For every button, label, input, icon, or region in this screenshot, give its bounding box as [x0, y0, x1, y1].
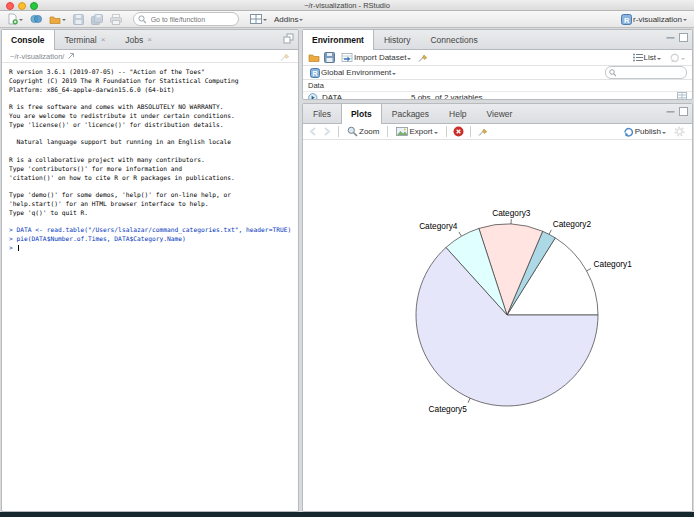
print-button[interactable] — [108, 13, 124, 26]
clear-environment-broom-icon[interactable] — [417, 52, 428, 63]
tab-files[interactable]: Files — [303, 104, 341, 123]
list-view-button[interactable]: List — [631, 52, 663, 63]
pie-label-Category2: Category2 — [553, 219, 592, 229]
new-file-button[interactable] — [5, 12, 25, 26]
tab-connections[interactable]: Connections — [420, 30, 487, 49]
save-button[interactable] — [71, 13, 86, 26]
pie-label-tick — [459, 232, 462, 236]
console-line: Copyright (C) 2019 The R Foundation for … — [9, 77, 294, 86]
zoom-plot-button[interactable]: Zoom — [345, 125, 381, 138]
text-cursor — [18, 245, 19, 251]
environment-tabbar: Environment History Connections — [303, 30, 692, 50]
tab-environment[interactable]: Environment — [303, 30, 374, 50]
refresh-icon — [669, 52, 680, 63]
tab-history[interactable]: History — [374, 30, 420, 49]
refresh-environment-button[interactable] — [667, 51, 687, 64]
new-project-button[interactable] — [28, 12, 44, 26]
clear-console-broom-icon[interactable] — [279, 51, 290, 62]
pie-label-Category3: Category3 — [492, 208, 531, 218]
remove-plot-icon[interactable] — [453, 126, 464, 137]
refresh-plot-button[interactable] — [672, 125, 687, 138]
tab-label: History — [384, 35, 410, 45]
expand-object-icon[interactable] — [308, 93, 318, 101]
close-icon[interactable]: × — [101, 35, 106, 44]
open-file-button[interactable] — [47, 13, 68, 26]
console-output[interactable]: R version 3.6.1 (2019-07-05) -- "Action … — [2, 63, 298, 253]
chevron-down-icon — [407, 58, 411, 62]
tab-jobs[interactable]: Jobs × — [115, 30, 162, 49]
environment-scope-row: R Global Environment — [303, 66, 692, 80]
console-working-dir: ~/r-visualization/ — [2, 50, 298, 63]
console-line: Type 'contributors()' for more informati… — [9, 165, 294, 174]
goto-file-function-input[interactable] — [149, 15, 234, 24]
tab-packages[interactable]: Packages — [382, 104, 439, 123]
pie-label-Category4: Category4 — [419, 221, 458, 231]
list-icon — [633, 53, 643, 62]
export-label: Export — [409, 127, 432, 136]
pie-chart-svg: Category1Category2Category3Category4Cate… — [303, 140, 692, 512]
console-line: Platform: x86_64-apple-darwin15.6.0 (64-… — [9, 86, 294, 95]
tab-label: Connections — [430, 35, 477, 45]
import-dataset-icon — [341, 52, 353, 63]
open-folder-icon — [49, 14, 61, 25]
tab-viewer[interactable]: Viewer — [477, 104, 523, 123]
tab-terminal[interactable]: Terminal × — [55, 30, 116, 49]
tab-label: Help — [449, 109, 466, 119]
environment-scope-button[interactable]: R Global Environment — [308, 67, 398, 79]
environment-toolbar: Import Dataset List — [303, 50, 692, 66]
tab-label: Terminal — [65, 35, 97, 45]
environment-search-input[interactable] — [618, 68, 683, 77]
plots-toolbar: Zoom Export Publish — [303, 124, 692, 140]
publish-button[interactable]: Publish — [621, 125, 668, 138]
window-title: ~/r-visualization - RStudio — [0, 0, 694, 10]
r-project-icon: R — [621, 14, 632, 25]
save-all-button[interactable] — [89, 13, 105, 26]
chevron-down-icon — [392, 73, 396, 77]
chevron-down-icon — [434, 132, 438, 136]
minimize-panel-icon[interactable] — [666, 107, 675, 116]
maximize-panel-icon[interactable] — [283, 33, 294, 44]
previous-plot-arrow-icon[interactable] — [308, 126, 318, 137]
import-dataset-button[interactable]: Import Dataset — [339, 51, 413, 64]
chevron-down-icon — [263, 19, 267, 23]
view-data-grid-icon[interactable] — [677, 92, 687, 100]
pane-layout-button[interactable] — [248, 13, 269, 25]
console-line: R is free software and comes with ABSOLU… — [9, 103, 294, 112]
scope-label: Global Environment — [321, 68, 391, 77]
chevron-down-icon — [681, 58, 685, 62]
tab-label: Environment — [312, 35, 364, 45]
project-cube-icon — [30, 13, 42, 25]
search-icon — [609, 69, 616, 77]
tab-console[interactable]: Console — [2, 30, 55, 50]
save-workspace-icon[interactable] — [324, 52, 335, 63]
export-plot-button[interactable]: Export — [394, 125, 439, 138]
tab-label: Jobs — [125, 35, 143, 45]
close-icon[interactable]: × — [147, 35, 152, 44]
load-workspace-folder-icon[interactable] — [308, 52, 320, 63]
object-name: DATA — [322, 93, 342, 100]
plots-tabbar: Files Plots Packages Help Viewer — [303, 104, 692, 124]
clear-all-plots-broom-icon[interactable] — [477, 126, 488, 137]
environment-object-row[interactable]: DATA 5 obs. of 2 variables — [303, 91, 692, 100]
addins-button[interactable]: Addins — [272, 14, 305, 25]
tab-label: Viewer — [487, 109, 513, 119]
console-line — [9, 94, 294, 103]
tab-help[interactable]: Help — [439, 104, 476, 123]
tab-label: Packages — [392, 109, 429, 119]
gear-icon — [674, 126, 685, 137]
next-plot-arrow-icon[interactable] — [322, 126, 332, 137]
maximize-panel-icon[interactable] — [679, 33, 688, 42]
chevron-down-icon — [683, 19, 687, 23]
tab-label: Files — [313, 109, 331, 119]
maximize-panel-icon[interactable] — [679, 107, 688, 116]
minimize-panel-icon[interactable] — [666, 33, 675, 42]
r-global-env-icon: R — [310, 68, 320, 78]
console-line: R version 3.6.1 (2019-07-05) -- "Action … — [9, 68, 294, 77]
object-summary: 5 obs. of 2 variables — [411, 93, 483, 100]
tab-label: Console — [11, 35, 45, 45]
save-all-icon — [91, 14, 103, 25]
project-menu-button[interactable]: R r-visualization — [619, 13, 689, 26]
console-line: > pie(DATA$Number.of.Times, DATA$Categor… — [9, 235, 294, 244]
popout-arrow-icon[interactable] — [67, 52, 75, 60]
tab-plots[interactable]: Plots — [341, 104, 382, 124]
